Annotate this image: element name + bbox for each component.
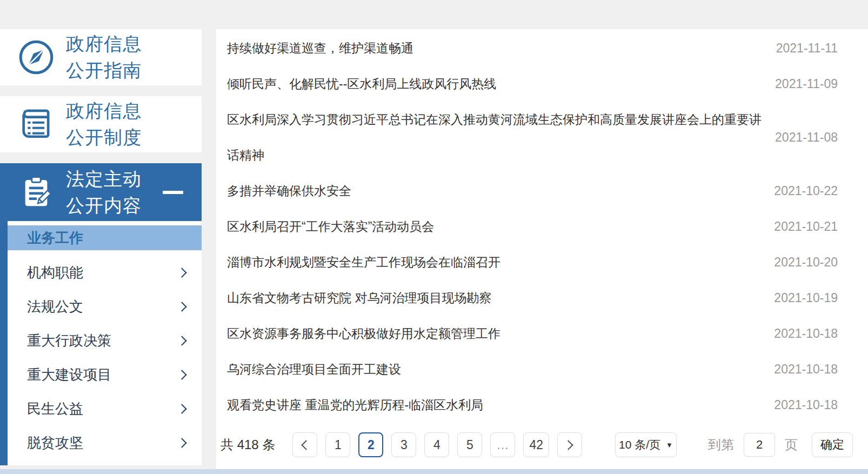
submenu-item-label: 重大行政决策: [27, 331, 111, 350]
chevron-left-icon: [301, 440, 311, 450]
news-date: 2021-10-21: [774, 209, 838, 244]
submenu-item-label: 民生公益: [27, 399, 83, 418]
goto-page-input[interactable]: [744, 433, 775, 457]
chevron-right-icon: [177, 268, 186, 277]
sidebar: 政府信息 公开指南 政府信息 公开制度: [0, 29, 202, 465]
submenu-item-label: 业务工作: [27, 229, 83, 248]
news-title-link[interactable]: 观看党史讲座 重温党的光辉历程-临淄区水利局: [227, 387, 774, 423]
news-title-link[interactable]: 区水资源事务服务中心积极做好用水定额管理工作: [227, 316, 774, 351]
news-row[interactable]: 乌河综合治理项目全面开工建设 2021-10-18: [227, 351, 838, 387]
news-title-link[interactable]: 山东省文物考古研究院 对乌河治理项目现场勘察: [227, 280, 774, 316]
submenu-item-poverty-alleviation[interactable]: 脱贫攻坚: [8, 426, 202, 460]
bottom-divider: [0, 469, 868, 474]
submenu-item-label: 法规公文: [27, 297, 83, 316]
sidebar-item-label: 法定主动 公开内容: [66, 166, 142, 219]
page-button-2-active[interactable]: 2: [358, 432, 383, 457]
news-title-link[interactable]: 区水利局召开“工作大落实”活动动员会: [227, 209, 774, 244]
submenu-item-major-projects[interactable]: 重大建设项目: [8, 358, 202, 392]
prev-page-button[interactable]: [292, 432, 317, 457]
news-date: 2021-11-09: [775, 66, 838, 102]
caret-down-icon: ▼: [666, 441, 673, 449]
page-button-3[interactable]: 3: [391, 432, 416, 457]
submenu-item-label: 重大建设项目: [27, 365, 111, 384]
clipboard-pencil-icon: [16, 175, 56, 210]
news-row[interactable]: 观看党史讲座 重温党的光辉历程-临淄区水利局 2021-10-18: [227, 387, 838, 423]
news-date: 2021-11-08: [775, 119, 838, 155]
goto-page-group: 到第 页 确定: [708, 432, 853, 457]
confirm-button[interactable]: 确定: [812, 432, 853, 457]
compass-icon: [16, 38, 56, 77]
news-row[interactable]: 倾听民声、化解民忧--区水利局上线政风行风热线 2021-11-09: [227, 66, 838, 102]
news-row[interactable]: 山东省文物考古研究院 对乌河治理项目现场勘察 2021-10-19: [227, 280, 838, 316]
next-page-button[interactable]: [557, 432, 582, 457]
book-icon: [16, 105, 56, 143]
goto-prefix-label: 到第: [708, 436, 734, 453]
page-button-5[interactable]: 5: [457, 432, 482, 457]
collapse-minus-icon[interactable]: [163, 191, 183, 194]
page-size-dropdown[interactable]: 10 条/页 ▼: [615, 432, 677, 457]
news-title-link[interactable]: 多措并举确保供水安全: [227, 173, 774, 209]
news-date: 2021-10-22: [774, 173, 838, 209]
page-ellipsis-button[interactable]: ...: [490, 432, 515, 457]
page-button-4[interactable]: 4: [424, 432, 449, 457]
news-date: 2021-11-11: [776, 30, 838, 66]
chevron-right-icon: [177, 370, 186, 379]
chevron-right-icon: [564, 440, 573, 450]
submenu-item-public-welfare[interactable]: 民生公益: [8, 392, 202, 426]
news-title-link[interactable]: 区水利局深入学习贯彻习近平总书记在深入推动黄河流域生态保护和高质量发展讲座会上的…: [227, 102, 775, 173]
submenu-item-regulations[interactable]: 法规公文: [8, 290, 202, 324]
news-list: 持续做好渠道巡查，维护渠道畅通 2021-11-11 倾听民声、化解民忧--区水…: [216, 29, 868, 423]
news-date: 2021-10-20: [774, 244, 838, 280]
chevron-right-icon: [177, 404, 186, 413]
sidebar-item-label: 政府信息 公开制度: [66, 98, 142, 151]
news-row[interactable]: 持续做好渠道巡查，维护渠道畅通 2021-11-11: [227, 30, 838, 66]
news-row[interactable]: 区水资源事务服务中心积极做好用水定额管理工作 2021-10-18: [227, 316, 838, 351]
main-content: 持续做好渠道巡查，维护渠道畅通 2021-11-11 倾听民声、化解民忧--区水…: [216, 29, 868, 469]
submenu-item-business-work[interactable]: 业务工作: [8, 225, 202, 250]
news-row[interactable]: 淄博市水利规划暨安全生产工作现场会在临淄召开 2021-10-20: [227, 244, 838, 280]
sidebar-submenu: 业务工作 机构职能 法规公文 重大行政决策 重大建设项目 民生公益 脱贫攻坚: [0, 221, 202, 465]
goto-suffix-label: 页: [785, 436, 798, 453]
sidebar-item-gov-info-guide[interactable]: 政府信息 公开指南: [0, 29, 202, 85]
sidebar-item-label: 政府信息 公开指南: [66, 31, 142, 84]
news-title-link[interactable]: 淄博市水利规划暨安全生产工作现场会在临淄召开: [227, 244, 774, 280]
chevron-right-icon: [177, 302, 186, 311]
sidebar-item-statutory-disclosure[interactable]: 法定主动 公开内容: [0, 163, 202, 221]
pagination-bar: 共 418 条 1 2 3 4 5 ... 42 10 条/页 ▼ 到第 页 确…: [216, 426, 868, 464]
news-date: 2021-10-18: [774, 387, 838, 423]
news-title-link[interactable]: 倾听民声、化解民忧--区水利局上线政风行风热线: [227, 66, 775, 102]
news-title-link[interactable]: 乌河综合治理项目全面开工建设: [227, 351, 774, 387]
chevron-right-icon: [177, 438, 186, 448]
chevron-right-icon: [177, 336, 186, 345]
submenu-item-org-functions[interactable]: 机构职能: [8, 256, 202, 290]
submenu-item-label: 脱贫攻坚: [27, 433, 83, 452]
news-date: 2021-10-18: [774, 351, 838, 387]
sidebar-item-gov-info-system[interactable]: 政府信息 公开制度: [0, 96, 202, 152]
page-button-1[interactable]: 1: [325, 432, 350, 457]
submenu-item-major-decisions[interactable]: 重大行政决策: [8, 324, 202, 358]
news-date: 2021-10-18: [774, 316, 838, 351]
news-date: 2021-10-19: [774, 280, 838, 316]
submenu-item-label: 机构职能: [27, 263, 83, 282]
news-row[interactable]: 区水利局深入学习贯彻习近平总书记在深入推动黄河流域生态保护和高质量发展讲座会上的…: [227, 102, 838, 173]
news-row[interactable]: 多措并举确保供水安全 2021-10-22: [227, 173, 838, 209]
news-row[interactable]: 区水利局召开“工作大落实”活动动员会 2021-10-21: [227, 209, 838, 244]
total-count-label: 共 418 条: [221, 436, 275, 453]
news-title-link[interactable]: 持续做好渠道巡查，维护渠道畅通: [227, 30, 776, 66]
page-size-label: 10 条/页: [619, 437, 660, 452]
page-button-42[interactable]: 42: [523, 432, 549, 457]
